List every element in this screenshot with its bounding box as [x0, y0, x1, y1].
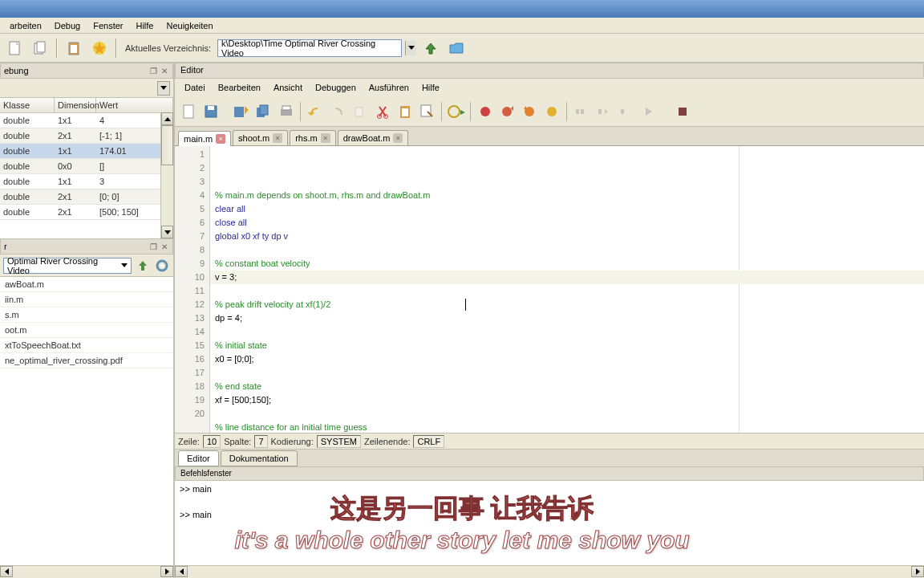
breakpoint-disable-icon[interactable] — [542, 101, 563, 122]
editor-menu-datei[interactable]: Datei — [178, 81, 212, 94]
workspace-row[interactable]: double0x0[] — [0, 159, 173, 174]
stop-icon[interactable] — [672, 101, 693, 122]
editor-menu-debuggen[interactable]: Debuggen — [309, 81, 363, 94]
directory-value: k\Desktop\Time Optimal River Crossing Vi… — [221, 39, 398, 58]
copy-icon[interactable] — [350, 101, 371, 122]
file-list: awBoat.miin.ms.moot.mxtToSpeechBoat.txtn… — [0, 277, 173, 565]
workspace-row[interactable]: double1x13 — [0, 174, 173, 189]
scroll-right-icon[interactable] — [911, 566, 924, 577]
close-icon[interactable]: ✕ — [160, 66, 169, 75]
breakpoint-set-icon[interactable] — [475, 101, 496, 122]
scroll-left-icon[interactable] — [0, 566, 13, 577]
close-icon[interactable]: ✕ — [160, 242, 169, 251]
tab-close-icon[interactable]: × — [216, 134, 225, 144]
step-over-icon[interactable] — [571, 101, 592, 122]
directory-combo[interactable]: k\Desktop\Time Optimal River Crossing Vi… — [217, 39, 402, 57]
svg-point-23 — [480, 107, 490, 116]
paste-icon[interactable] — [395, 101, 415, 122]
editor-tab[interactable]: shoot.m× — [233, 130, 288, 145]
tab-editor[interactable]: Editor — [178, 450, 219, 466]
breakpoint-clear-icon[interactable] — [497, 101, 518, 122]
paste-button[interactable] — [63, 37, 85, 59]
file-item[interactable]: xtToSpeechBoat.txt — [0, 338, 173, 353]
workspace-row[interactable]: double1x1174.01 — [0, 144, 173, 159]
main-toolbar: Aktuelles Verzeichnis: k\Desktop\Time Op… — [0, 34, 924, 63]
editor-tab[interactable]: rhs.m× — [290, 130, 336, 145]
workspace-scrollbar[interactable] — [160, 112, 173, 238]
code-area[interactable]: 1234567891011121314151617181920 % main.m… — [175, 146, 924, 433]
svg-rect-13 — [260, 105, 268, 115]
editor-tab[interactable]: main.m× — [178, 131, 231, 146]
scroll-left-icon[interactable] — [175, 566, 188, 577]
svg-rect-30 — [621, 109, 624, 114]
workspace-dropdown-icon[interactable] — [157, 81, 170, 96]
run-script-icon[interactable] — [446, 101, 467, 122]
workspace-row[interactable]: double2x1[0; 0] — [0, 189, 173, 205]
redo-icon[interactable] — [327, 101, 348, 122]
svg-rect-28 — [581, 109, 584, 114]
col-wert[interactable]: Wert — [96, 98, 173, 112]
step-out-icon[interactable] — [616, 101, 637, 122]
files-panel-header: r ❐ ✕ — [0, 238, 173, 254]
files-folder-combo[interactable]: Optimal River Crossing Video — [3, 258, 132, 274]
save-icon[interactable] — [201, 101, 221, 122]
svg-rect-15 — [282, 106, 290, 110]
code-text[interactable]: % main.m depends on shoot.m, rhs.m and d… — [210, 146, 924, 433]
up-folder-button[interactable] — [419, 37, 442, 59]
menu-hilfe[interactable]: Hilfe — [129, 19, 160, 32]
tab-close-icon[interactable]: × — [393, 133, 403, 143]
editor-menu-bearbeiten[interactable]: Bearbeiten — [212, 81, 267, 94]
undock-icon[interactable]: ❐ — [148, 66, 158, 75]
files-hscrollbar[interactable] — [0, 565, 173, 578]
scroll-right-icon[interactable] — [160, 566, 173, 577]
undo-icon[interactable] — [305, 101, 326, 122]
file-item[interactable]: s.m — [0, 307, 173, 323]
save-as-icon[interactable] — [231, 101, 252, 122]
menu-bearbeiten[interactable]: arbeiten — [3, 19, 48, 32]
copy-button[interactable] — [29, 37, 51, 59]
print-icon[interactable] — [276, 101, 297, 122]
svg-rect-21 — [421, 105, 431, 116]
workspace-row[interactable]: double2x1[-1; 1] — [0, 128, 173, 144]
directory-dropdown-icon[interactable] — [405, 41, 416, 55]
up-folder-icon[interactable] — [135, 258, 151, 274]
settings-gear-icon[interactable] — [154, 258, 170, 274]
find-icon[interactable] — [417, 101, 438, 122]
file-item[interactable]: awBoat.m — [0, 277, 173, 292]
console-hscrollbar[interactable] — [175, 565, 924, 578]
editor-menu-ausfuehren[interactable]: Ausführen — [363, 81, 415, 94]
browse-folder-button[interactable] — [445, 37, 468, 59]
save-all-icon[interactable] — [253, 101, 274, 122]
scroll-thumb[interactable] — [161, 125, 173, 165]
col-klasse[interactable]: Klasse — [0, 98, 55, 112]
menu-neuigkeiten[interactable]: Neuigkeiten — [160, 19, 220, 32]
workspace-row[interactable]: double2x1[500; 150] — [0, 205, 173, 220]
svg-rect-4 — [71, 45, 77, 53]
console[interactable]: >> main >> main — [175, 481, 924, 565]
tab-close-icon[interactable]: × — [321, 133, 330, 143]
breakpoint-next-icon[interactable] — [520, 101, 541, 122]
editor-menu-hilfe[interactable]: Hilfe — [415, 81, 446, 94]
menu-fenster[interactable]: Fenster — [87, 19, 129, 32]
menu-debug[interactable]: Debug — [48, 19, 87, 32]
editor-tab[interactable]: drawBoat.m× — [338, 130, 409, 145]
new-file-button[interactable] — [3, 37, 26, 59]
cut-icon[interactable] — [372, 101, 393, 122]
undock-icon[interactable]: ❐ — [148, 242, 158, 251]
scroll-down-icon[interactable] — [161, 226, 173, 238]
editor-title: Editor — [180, 65, 204, 75]
scroll-up-icon[interactable] — [161, 112, 173, 125]
tab-close-icon[interactable]: × — [273, 133, 282, 143]
run-button[interactable] — [88, 37, 111, 59]
continue-icon[interactable] — [638, 101, 659, 122]
file-item[interactable]: oot.m — [0, 323, 173, 338]
svg-point-24 — [502, 107, 512, 116]
workspace-row[interactable]: double1x14 — [0, 113, 173, 128]
col-dimension[interactable]: Dimension — [55, 98, 96, 112]
file-item[interactable]: iin.m — [0, 292, 173, 307]
tab-dokumentation[interactable]: Dokumentation — [221, 450, 298, 466]
new-file-icon[interactable] — [178, 101, 199, 122]
editor-menu-ansicht[interactable]: Ansicht — [267, 81, 309, 94]
file-item[interactable]: ne_optimal_river_crossing.pdf — [0, 353, 173, 368]
step-in-icon[interactable] — [594, 101, 614, 122]
